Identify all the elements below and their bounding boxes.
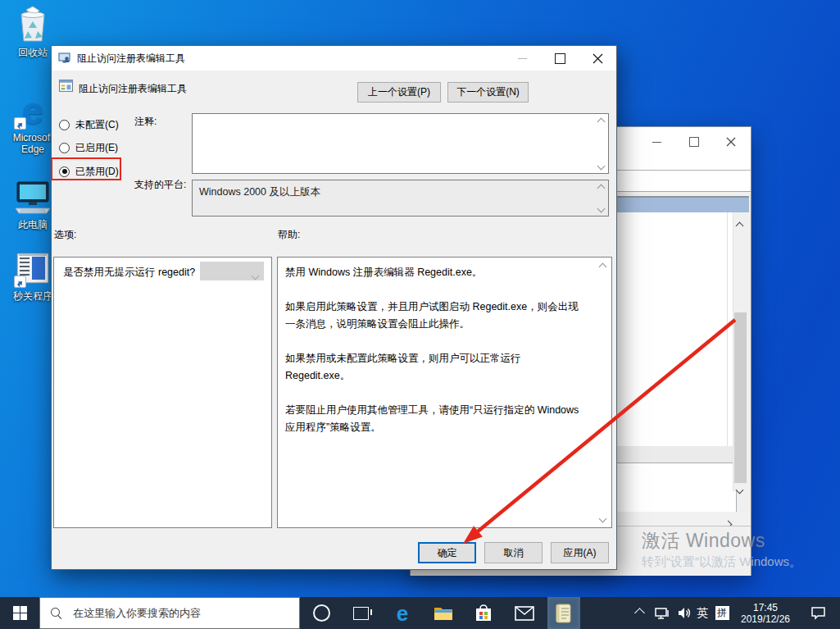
setting-name: 阻止访问注册表编辑工具 [79,82,187,96]
radio-enabled[interactable]: 已启用(E) [59,140,118,155]
shortcut-arrow-icon [14,276,26,288]
help-text: 禁用 Windows 注册表编辑器 Regedit.exe。 如果启用此策略设置… [285,264,585,454]
start-button[interactable] [0,597,39,629]
scroll-up-icon[interactable] [737,217,742,232]
vertical-scrollbar[interactable] [733,212,747,491]
comment-label: 注释: [134,115,157,129]
scroll-up-icon[interactable] [596,116,606,126]
supported-platform-value: Windows 2000 及以上版本 [199,185,320,199]
options-panel: 是否禁用无提示运行 regedit? [53,257,272,528]
scroll-down-icon[interactable] [596,161,606,171]
shortcut-arrow-icon [14,117,26,130]
maximize-button[interactable] [680,132,708,152]
options-question: 是否禁用无提示运行 regedit? [63,266,195,280]
scroll-down-icon[interactable] [597,513,607,523]
annotation-highlight-rect [51,157,121,180]
this-pc-icon [12,179,53,217]
cortana-button[interactable] [305,597,338,629]
radio-not-configured[interactable]: 未配置(C) [59,117,119,132]
policy-scroll-icon [555,603,573,624]
policy-setting-dialog: 阻止访问注册表编辑工具 阻止访问注册表编辑工具 上一个设置(P) 下一个设置(N… [51,45,617,570]
maximize-button[interactable] [542,46,579,71]
cortana-icon [313,604,330,622]
taskbar: 在这里输入你要搜索的内容 e [0,597,840,629]
ok-button[interactable]: 确定 [418,542,476,563]
scroll-up-icon[interactable] [597,262,607,271]
windows-logo-icon [13,606,27,620]
minimize-button[interactable] [504,46,541,71]
close-icon [726,137,736,147]
taskbar-file-explorer-button[interactable] [427,597,460,629]
tray-ime-language[interactable]: 英 [692,597,712,629]
chevron-up-icon [634,608,645,618]
maximize-icon [689,137,699,147]
search-placeholder: 在这里输入你要搜索的内容 [73,606,201,621]
scroll-down-icon[interactable] [737,481,742,496]
radio-icon [59,143,70,153]
taskbar-search-input[interactable]: 在这里输入你要搜索的内容 [39,597,300,629]
speaker-icon [678,607,692,619]
help-paragraph: 如果禁用或未配置此策略设置，则用户可以正常运行 Regedit.exe。 [285,350,585,385]
help-paragraph: 如果启用此策略设置，并且用户试图启动 Regedit.exe，则会出现一条消息，… [285,299,585,333]
tray-ime-mode[interactable]: 拼 [711,597,733,629]
help-paragraph: 禁用 Windows 注册表编辑器 Regedit.exe。 [285,264,585,281]
scroll-down-icon[interactable] [596,203,606,213]
task-view-button[interactable] [344,597,377,629]
network-icon [655,607,670,620]
minimize-button[interactable] [642,132,670,152]
edge-icon: e [397,603,408,624]
column-divider [727,212,728,446]
taskbar-group-policy-button[interactable] [547,597,580,629]
tray-expand-button[interactable] [628,597,651,629]
microsoft-store-icon [474,604,493,623]
taskbar-edge-button[interactable]: e [386,597,419,629]
radio-icon [59,120,70,130]
supported-platform-box[interactable]: Windows 2000 及以上版本 [192,180,609,217]
supported-platform-label: 支持的平台: [134,178,186,192]
tray-date: 2019/12/26 [741,613,790,625]
mail-icon [515,606,534,621]
dropdown-chevron-icon [252,267,258,282]
app-window-icon [14,250,52,288]
close-button[interactable] [717,132,745,152]
search-icon [50,607,63,620]
apply-button[interactable]: 应用(A) [551,542,609,563]
comment-textarea[interactable] [192,113,609,174]
previous-setting-button[interactable]: 上一个设置(P) [357,82,441,103]
activate-windows-watermark-line1: 激活 Windows [642,528,765,554]
help-panel[interactable]: 禁用 Windows 注册表编辑器 Regedit.exe。 如果启用此策略设置… [277,257,612,528]
taskbar-mail-button[interactable] [508,597,541,629]
regedit-option-dropdown[interactable] [200,262,264,280]
setting-icon [59,79,73,96]
maximize-icon [555,53,565,64]
desktop: 回收站 e Microsoft Edge 此电脑 [0,0,840,629]
taskbar-store-button[interactable] [467,597,500,629]
action-center-button[interactable] [801,597,834,629]
tray-clock[interactable]: 17:45 2019/12/26 [734,597,797,629]
minimize-icon [518,58,527,59]
close-icon [593,53,603,64]
scrollbar-thumb[interactable] [734,312,747,483]
recycle-bin-icon [15,5,51,44]
dialog-title: 阻止访问注册表编辑工具 [77,46,185,71]
next-setting-button[interactable]: 下一个设置(N) [447,82,529,103]
tray-time: 17:45 [753,602,778,613]
dialog-titlebar: 阻止访问注册表编辑工具 [52,46,616,71]
file-explorer-icon [434,605,453,622]
notification-icon [810,606,826,620]
tray-network-button[interactable] [651,597,674,629]
close-button[interactable] [579,46,616,71]
cancel-button[interactable]: 取消 [484,542,543,563]
help-label: 帮助: [278,228,300,242]
activate-windows-watermark-line2: 转到“设置”以激活 Windows。 [642,554,801,570]
help-paragraph: 若要阻止用户使用其他管理工具，请使用“只运行指定的 Windows 应用程序”策… [285,402,585,436]
task-view-icon [353,607,369,620]
options-label: 选项: [54,228,76,242]
minimize-icon [652,142,661,143]
policy-dialog-icon [58,52,71,68]
edge-icon: e [14,92,52,130]
scroll-up-icon[interactable] [596,183,606,193]
